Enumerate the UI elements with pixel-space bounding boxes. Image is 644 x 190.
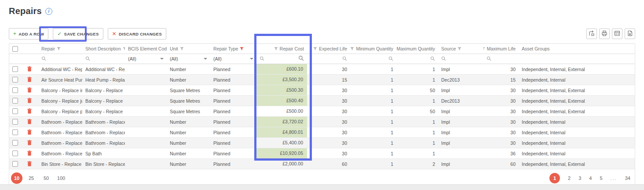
cell-bcis_element_code[interactable] xyxy=(125,148,167,159)
cell-maximum_quantity[interactable]: 50 xyxy=(396,85,438,96)
delete-row-trash-icon[interactable] xyxy=(27,87,32,93)
cell-repair_type[interactable]: Planned xyxy=(210,159,256,169)
cell-expected_life[interactable]: 30 xyxy=(307,64,350,75)
cell-unit[interactable]: Square Metres xyxy=(167,106,210,117)
cell-maximum_life[interactable]: 15 xyxy=(483,75,519,85)
cell-repair_cost[interactable]: £3,500.20 xyxy=(256,75,307,85)
cell-unit[interactable]: Number xyxy=(167,159,210,169)
header-filter-icon-repair_cost[interactable] xyxy=(274,47,278,50)
cell-maximum_life[interactable]: 36 xyxy=(483,148,519,159)
cell-repair_cost[interactable]: £4,800.01 xyxy=(256,127,307,137)
cell-repair_cost[interactable]: £2,000.00 xyxy=(256,159,307,169)
search-icon[interactable] xyxy=(41,55,46,63)
page-2[interactable]: 2 xyxy=(568,176,571,181)
cell-maximum_life[interactable]: 30 xyxy=(483,117,519,127)
delete-row-trash-icon[interactable] xyxy=(27,119,32,124)
cell-source[interactable]: Impl xyxy=(438,138,483,148)
delete-row-trash-icon[interactable] xyxy=(27,66,32,72)
column-header-maximum_quantity[interactable]: Maximum Quantity xyxy=(396,46,435,51)
cell-asset_groups[interactable]: Independent, Internal, External xyxy=(519,85,635,96)
cell-bcis_element_code[interactable] xyxy=(125,64,167,75)
page-4[interactable]: 4 xyxy=(589,176,592,181)
column-header-repair[interactable]: Repair xyxy=(41,46,55,51)
row-checkbox[interactable] xyxy=(12,77,18,82)
cell-short_description[interactable]: Sp Bath xyxy=(82,148,125,159)
cell-minimum_quantity[interactable]: 1 xyxy=(350,127,396,138)
cell-repair_type[interactable]: Planned xyxy=(210,127,256,138)
search-icon[interactable] xyxy=(441,55,446,63)
cell-expected_life[interactable]: 30 xyxy=(307,106,350,117)
delete-row-trash-icon[interactable] xyxy=(27,98,32,103)
header-filter-icon-unit[interactable] xyxy=(180,47,184,50)
cell-source[interactable]: Dec2013 xyxy=(438,75,483,85)
search-icon[interactable] xyxy=(298,55,304,63)
cell-source[interactable]: Impl xyxy=(438,64,483,75)
cell-bcis_element_code[interactable] xyxy=(125,127,167,138)
cell-bcis_element_code[interactable] xyxy=(125,96,167,106)
column-header-asset_groups[interactable]: Asset Groups xyxy=(522,46,550,51)
cell-short_description[interactable]: Balcony - Replace xyxy=(82,106,125,117)
cell-minimum_quantity[interactable]: 1 xyxy=(350,96,396,106)
cell-source[interactable] xyxy=(438,148,483,159)
cell-maximum_life[interactable]: 30 xyxy=(483,64,519,75)
delete-row-trash-icon[interactable] xyxy=(27,151,32,156)
cell-expected_life[interactable]: 30 xyxy=(307,127,350,138)
cell-short_description[interactable]: Heat Pump - Replace xyxy=(82,75,125,85)
save-changes-button[interactable]: ✓ SAVE CHANGES xyxy=(53,28,103,39)
cell-repair_cost[interactable]: £5,400.00 xyxy=(256,138,307,148)
cell-asset_groups[interactable]: Independent, Internal xyxy=(519,148,635,159)
delete-row-trash-icon[interactable] xyxy=(27,161,32,166)
page-5[interactable]: 5 xyxy=(600,176,602,181)
cell-repair_type[interactable]: Planned xyxy=(210,148,256,159)
select-all-checkbox[interactable] xyxy=(12,46,18,52)
cell-minimum_quantity[interactable]: 1 xyxy=(350,159,396,169)
cell-expected_life[interactable]: 30 xyxy=(307,148,350,159)
cell-source[interactable]: Impl xyxy=(438,127,483,138)
page-34[interactable]: 34 xyxy=(625,176,630,181)
cell-minimum_quantity[interactable]: 1 xyxy=(350,148,396,159)
cell-maximum_life[interactable]: 30 xyxy=(483,106,519,117)
cell-bcis_element_code[interactable] xyxy=(125,85,167,96)
export-file-button[interactable] xyxy=(625,29,635,39)
column-header-repair_cost[interactable]: Repair Cost xyxy=(280,46,304,51)
cell-source[interactable]: Impl xyxy=(438,106,483,117)
cell-repair_type[interactable]: Planned xyxy=(210,85,256,96)
cell-repair_type[interactable]: Planned xyxy=(210,96,256,106)
row-checkbox[interactable] xyxy=(12,129,18,135)
header-filter-icon-minimum_quantity[interactable] xyxy=(350,47,354,50)
cell-unit[interactable]: Number xyxy=(167,75,210,85)
cell-bcis_element_code[interactable] xyxy=(125,159,167,169)
search-icon[interactable] xyxy=(388,55,393,63)
cell-bcis_element_code[interactable] xyxy=(125,138,167,148)
filter-select-unit[interactable]: (All) xyxy=(170,56,207,61)
cell-maximum_life[interactable]: 30 xyxy=(483,96,519,106)
page-size-10[interactable]: 10 xyxy=(11,172,22,184)
cell-short_description[interactable]: Bin Store - Replace xyxy=(82,159,125,169)
cell-repair_type[interactable]: Planned xyxy=(210,138,256,148)
column-header-maximum_life[interactable]: Maximum Life xyxy=(487,46,516,51)
column-header-bcis_element_code[interactable]: BCIS Element Code xyxy=(128,46,167,51)
row-checkbox[interactable] xyxy=(12,119,18,125)
cell-repair[interactable]: Bathroom - Replace st... xyxy=(38,117,82,127)
row-checkbox[interactable] xyxy=(12,151,18,156)
cell-repair_cost[interactable]: £600.10 xyxy=(256,64,307,74)
print-button[interactable] xyxy=(599,29,610,39)
cell-short_description[interactable]: Bathroom - Replace xyxy=(82,117,125,127)
column-header-minimum_quantity[interactable]: Minimum Quantity xyxy=(356,46,393,51)
cell-short_description[interactable]: Bathroom - Replace xyxy=(82,127,125,138)
column-header-expected_life[interactable]: Expected Life xyxy=(319,46,347,51)
cell-repair_cost[interactable]: £500.00 xyxy=(256,106,307,116)
cell-repair[interactable]: Air Source Heat Pump... xyxy=(38,75,82,85)
cell-minimum_quantity[interactable]: 1 xyxy=(350,64,396,75)
cell-repair_type[interactable]: Planned xyxy=(210,106,256,117)
embed-code-button[interactable] xyxy=(612,29,622,39)
page-size-25[interactable]: 25 xyxy=(27,176,36,181)
cell-asset_groups[interactable]: Independent, Internal xyxy=(519,127,635,138)
column-header-short_description[interactable]: Short Description xyxy=(85,46,121,51)
cell-asset_groups[interactable]: Independent, Internal, External xyxy=(519,159,635,169)
cell-bcis_element_code[interactable] xyxy=(125,106,167,117)
cell-repair[interactable]: Bathroom - Replace st... xyxy=(38,127,82,138)
cell-unit[interactable]: Square Metres xyxy=(167,96,210,106)
cell-repair_cost[interactable]: £500.40 xyxy=(256,96,307,106)
header-filter-icon-expected_life[interactable] xyxy=(313,47,317,50)
